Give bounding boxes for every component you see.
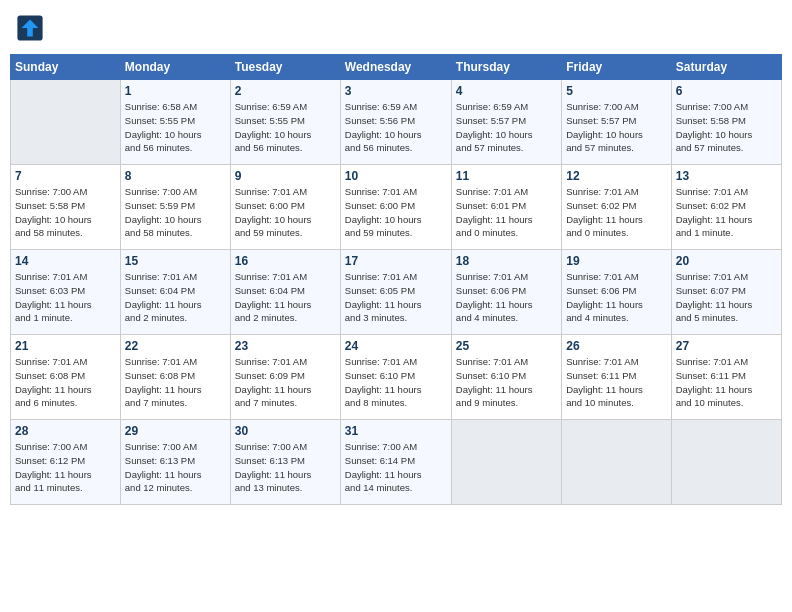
day-info: Sunrise: 7:01 AMSunset: 6:10 PMDaylight:… <box>345 355 447 410</box>
day-number: 20 <box>676 254 777 268</box>
day-number: 14 <box>15 254 116 268</box>
calendar-cell: 13Sunrise: 7:01 AMSunset: 6:02 PMDayligh… <box>671 165 781 250</box>
day-number: 11 <box>456 169 557 183</box>
day-info: Sunrise: 7:00 AMSunset: 5:58 PMDaylight:… <box>676 100 777 155</box>
calendar-cell: 18Sunrise: 7:01 AMSunset: 6:06 PMDayligh… <box>451 250 561 335</box>
calendar-cell: 5Sunrise: 7:00 AMSunset: 5:57 PMDaylight… <box>562 80 671 165</box>
calendar-cell: 24Sunrise: 7:01 AMSunset: 6:10 PMDayligh… <box>340 335 451 420</box>
calendar-week-3: 14Sunrise: 7:01 AMSunset: 6:03 PMDayligh… <box>11 250 782 335</box>
calendar-cell: 31Sunrise: 7:00 AMSunset: 6:14 PMDayligh… <box>340 420 451 505</box>
calendar-cell: 12Sunrise: 7:01 AMSunset: 6:02 PMDayligh… <box>562 165 671 250</box>
day-number: 27 <box>676 339 777 353</box>
day-info: Sunrise: 7:01 AMSunset: 6:04 PMDaylight:… <box>125 270 226 325</box>
calendar-cell: 25Sunrise: 7:01 AMSunset: 6:10 PMDayligh… <box>451 335 561 420</box>
calendar-cell: 28Sunrise: 7:00 AMSunset: 6:12 PMDayligh… <box>11 420 121 505</box>
day-number: 6 <box>676 84 777 98</box>
day-header-monday: Monday <box>120 55 230 80</box>
day-info: Sunrise: 7:01 AMSunset: 6:09 PMDaylight:… <box>235 355 336 410</box>
calendar-cell: 4Sunrise: 6:59 AMSunset: 5:57 PMDaylight… <box>451 80 561 165</box>
calendar-cell: 6Sunrise: 7:00 AMSunset: 5:58 PMDaylight… <box>671 80 781 165</box>
day-info: Sunrise: 7:01 AMSunset: 6:03 PMDaylight:… <box>15 270 116 325</box>
calendar-table: SundayMondayTuesdayWednesdayThursdayFrid… <box>10 54 782 505</box>
day-info: Sunrise: 7:00 AMSunset: 6:13 PMDaylight:… <box>235 440 336 495</box>
logo-icon <box>16 14 44 42</box>
calendar-cell: 8Sunrise: 7:00 AMSunset: 5:59 PMDaylight… <box>120 165 230 250</box>
day-number: 3 <box>345 84 447 98</box>
day-info: Sunrise: 7:00 AMSunset: 6:14 PMDaylight:… <box>345 440 447 495</box>
calendar-cell: 23Sunrise: 7:01 AMSunset: 6:09 PMDayligh… <box>230 335 340 420</box>
day-info: Sunrise: 7:00 AMSunset: 5:58 PMDaylight:… <box>15 185 116 240</box>
day-number: 8 <box>125 169 226 183</box>
day-number: 10 <box>345 169 447 183</box>
calendar-cell: 15Sunrise: 7:01 AMSunset: 6:04 PMDayligh… <box>120 250 230 335</box>
day-info: Sunrise: 7:00 AMSunset: 6:13 PMDaylight:… <box>125 440 226 495</box>
day-number: 28 <box>15 424 116 438</box>
calendar-cell: 26Sunrise: 7:01 AMSunset: 6:11 PMDayligh… <box>562 335 671 420</box>
calendar-cell: 29Sunrise: 7:00 AMSunset: 6:13 PMDayligh… <box>120 420 230 505</box>
calendar-cell: 21Sunrise: 7:01 AMSunset: 6:08 PMDayligh… <box>11 335 121 420</box>
calendar-cell: 14Sunrise: 7:01 AMSunset: 6:03 PMDayligh… <box>11 250 121 335</box>
day-number: 19 <box>566 254 666 268</box>
day-header-wednesday: Wednesday <box>340 55 451 80</box>
calendar-cell <box>451 420 561 505</box>
calendar-cell: 2Sunrise: 6:59 AMSunset: 5:55 PMDaylight… <box>230 80 340 165</box>
day-number: 7 <box>15 169 116 183</box>
calendar-header-row: SundayMondayTuesdayWednesdayThursdayFrid… <box>11 55 782 80</box>
calendar-cell <box>671 420 781 505</box>
calendar-week-5: 28Sunrise: 7:00 AMSunset: 6:12 PMDayligh… <box>11 420 782 505</box>
day-info: Sunrise: 7:01 AMSunset: 6:04 PMDaylight:… <box>235 270 336 325</box>
day-info: Sunrise: 7:01 AMSunset: 6:05 PMDaylight:… <box>345 270 447 325</box>
calendar-cell: 20Sunrise: 7:01 AMSunset: 6:07 PMDayligh… <box>671 250 781 335</box>
calendar-cell: 16Sunrise: 7:01 AMSunset: 6:04 PMDayligh… <box>230 250 340 335</box>
day-number: 24 <box>345 339 447 353</box>
calendar-cell: 9Sunrise: 7:01 AMSunset: 6:00 PMDaylight… <box>230 165 340 250</box>
day-info: Sunrise: 7:01 AMSunset: 6:10 PMDaylight:… <box>456 355 557 410</box>
day-number: 25 <box>456 339 557 353</box>
calendar-cell: 1Sunrise: 6:58 AMSunset: 5:55 PMDaylight… <box>120 80 230 165</box>
day-number: 5 <box>566 84 666 98</box>
day-number: 29 <box>125 424 226 438</box>
day-info: Sunrise: 6:59 AMSunset: 5:56 PMDaylight:… <box>345 100 447 155</box>
day-info: Sunrise: 7:01 AMSunset: 6:01 PMDaylight:… <box>456 185 557 240</box>
day-info: Sunrise: 7:01 AMSunset: 6:08 PMDaylight:… <box>15 355 116 410</box>
day-number: 18 <box>456 254 557 268</box>
day-number: 2 <box>235 84 336 98</box>
day-number: 16 <box>235 254 336 268</box>
day-number: 12 <box>566 169 666 183</box>
day-info: Sunrise: 7:01 AMSunset: 6:06 PMDaylight:… <box>456 270 557 325</box>
day-info: Sunrise: 7:01 AMSunset: 6:06 PMDaylight:… <box>566 270 666 325</box>
day-header-thursday: Thursday <box>451 55 561 80</box>
day-info: Sunrise: 7:01 AMSunset: 6:11 PMDaylight:… <box>676 355 777 410</box>
day-number: 21 <box>15 339 116 353</box>
calendar-cell: 19Sunrise: 7:01 AMSunset: 6:06 PMDayligh… <box>562 250 671 335</box>
day-number: 30 <box>235 424 336 438</box>
day-info: Sunrise: 7:01 AMSunset: 6:00 PMDaylight:… <box>345 185 447 240</box>
calendar-cell: 27Sunrise: 7:01 AMSunset: 6:11 PMDayligh… <box>671 335 781 420</box>
calendar-cell <box>562 420 671 505</box>
day-header-sunday: Sunday <box>11 55 121 80</box>
day-header-saturday: Saturday <box>671 55 781 80</box>
day-header-friday: Friday <box>562 55 671 80</box>
day-info: Sunrise: 7:01 AMSunset: 6:11 PMDaylight:… <box>566 355 666 410</box>
calendar-cell: 17Sunrise: 7:01 AMSunset: 6:05 PMDayligh… <box>340 250 451 335</box>
calendar-week-4: 21Sunrise: 7:01 AMSunset: 6:08 PMDayligh… <box>11 335 782 420</box>
day-info: Sunrise: 7:00 AMSunset: 6:12 PMDaylight:… <box>15 440 116 495</box>
day-number: 17 <box>345 254 447 268</box>
calendar-cell <box>11 80 121 165</box>
day-info: Sunrise: 6:59 AMSunset: 5:55 PMDaylight:… <box>235 100 336 155</box>
calendar-cell: 7Sunrise: 7:00 AMSunset: 5:58 PMDaylight… <box>11 165 121 250</box>
page-header <box>10 10 782 46</box>
day-info: Sunrise: 6:58 AMSunset: 5:55 PMDaylight:… <box>125 100 226 155</box>
calendar-week-1: 1Sunrise: 6:58 AMSunset: 5:55 PMDaylight… <box>11 80 782 165</box>
calendar-cell: 11Sunrise: 7:01 AMSunset: 6:01 PMDayligh… <box>451 165 561 250</box>
day-number: 31 <box>345 424 447 438</box>
day-number: 22 <box>125 339 226 353</box>
day-info: Sunrise: 7:01 AMSunset: 6:02 PMDaylight:… <box>676 185 777 240</box>
day-number: 13 <box>676 169 777 183</box>
day-number: 9 <box>235 169 336 183</box>
day-number: 1 <box>125 84 226 98</box>
day-header-tuesday: Tuesday <box>230 55 340 80</box>
day-info: Sunrise: 7:01 AMSunset: 6:08 PMDaylight:… <box>125 355 226 410</box>
day-number: 4 <box>456 84 557 98</box>
calendar-cell: 3Sunrise: 6:59 AMSunset: 5:56 PMDaylight… <box>340 80 451 165</box>
